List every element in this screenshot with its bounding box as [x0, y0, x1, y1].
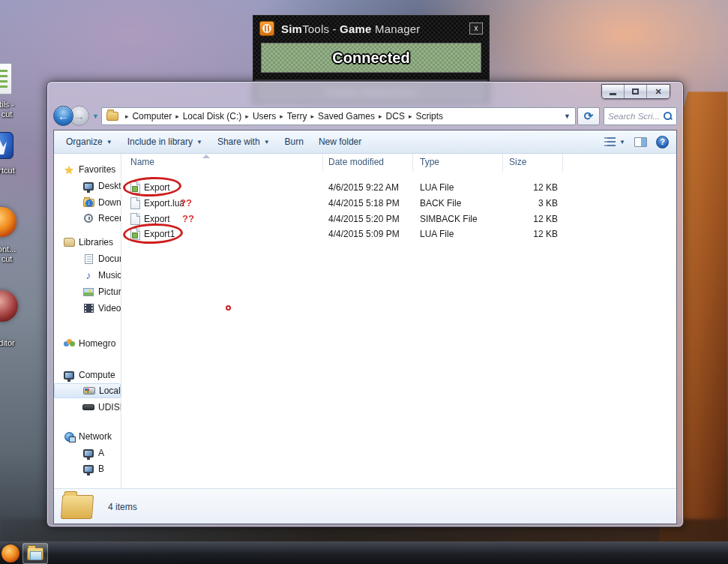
homegroup-icon — [63, 338, 75, 350]
chevron-down-icon: ▼ — [264, 139, 270, 146]
column-divider[interactable] — [412, 154, 413, 172]
breadcrumb-item-saved-games[interactable]: Saved Games — [318, 111, 375, 122]
sidebar-item-network-b[interactable]: B — [54, 461, 121, 476]
explorer-content: Organize▼ Include in library▼ Share with… — [53, 130, 677, 524]
local-disk-icon — [83, 385, 95, 397]
help-button[interactable]: ? — [656, 136, 669, 148]
breadcrumb-sep-icon: ▸ — [121, 112, 133, 120]
sidebar-item-homegroup[interactable]: Homegro — [54, 336, 121, 351]
share-with-menu[interactable]: Share with▼ — [210, 130, 277, 153]
document-icon — [0, 63, 12, 94]
breadcrumb-item-scripts[interactable]: Scripts — [415, 111, 443, 122]
search-placeholder: Search Scri... — [608, 112, 663, 121]
taskbar-orange-app-button[interactable] — [1, 544, 19, 562]
preview-pane-button[interactable] — [634, 137, 647, 147]
minimize-icon — [610, 93, 616, 95]
simtools-titlebar[interactable]: SimTools - Game Manager x — [253, 16, 489, 41]
simtools-close-button[interactable]: x — [469, 22, 483, 34]
file-row-export-simback[interactable]: Export 4/4/2015 5:20 PM SIMBACK File 12 … — [121, 212, 676, 227]
details-pane: 4 items — [54, 488, 676, 524]
sidebar-item-desktop[interactable]: Desktop — [54, 178, 121, 194]
red-orb-icon — [0, 290, 18, 322]
breadcrumb-item-users[interactable]: Users — [253, 111, 276, 122]
desktop-icon-shortcut-1[interactable] — [0, 63, 12, 94]
desktop-icon-shortcut-3[interactable] — [0, 207, 16, 237]
back-button[interactable]: ← — [53, 106, 73, 126]
sidebar-item-libraries[interactable]: Libraries — [54, 235, 121, 250]
documents-icon — [82, 253, 94, 265]
sidebar-item-recent-places[interactable]: Recent — [54, 211, 121, 226]
help-icon: ? — [660, 137, 665, 146]
sidebar-item-local-disk[interactable]: Local D — [54, 383, 121, 398]
new-folder-button[interactable]: New folder — [311, 130, 369, 153]
minimize-button[interactable] — [602, 85, 625, 98]
file-icon — [130, 213, 140, 225]
libraries-icon — [63, 236, 75, 248]
window-controls: ✕ — [601, 84, 670, 99]
organize-menu[interactable]: Organize▼ — [54, 130, 120, 153]
search-box[interactable]: Search Scri... — [604, 107, 677, 125]
maximize-button[interactable] — [625, 85, 647, 98]
breadcrumb-sep-icon: ▸ — [307, 112, 318, 120]
breadcrumb-sep-icon: ▸ — [405, 112, 416, 120]
command-bar: Organize▼ Include in library▼ Share with… — [54, 130, 676, 154]
sort-ascending-icon — [202, 154, 210, 158]
desktop: tils -cut rtcut ont...cut ditor SimTools… — [0, 0, 728, 564]
address-dropdown-icon[interactable]: ▼ — [564, 112, 571, 120]
taskbar-explorer-button[interactable] — [22, 543, 48, 564]
sidebar-item-computer[interactable]: Compute — [54, 368, 121, 382]
sidebar-item-pictures[interactable]: Picture — [54, 284, 121, 299]
file-row-export-lua[interactable]: Export 4/6/2015 9:22 AM LUA File 12 KB — [121, 180, 676, 196]
removable-drive-icon — [82, 401, 94, 413]
desktop-icon-label: ont...cut — [0, 244, 28, 264]
file-row-export1-lua[interactable]: Export1 4/4/2015 5:09 PM LUA File 12 KB — [121, 226, 676, 242]
sidebar-item-downloads[interactable]: Downlo — [54, 195, 121, 210]
desktop-icon — [82, 180, 94, 192]
recent-pages-dropdown[interactable]: ▼ — [92, 112, 99, 120]
music-icon: ♪ — [82, 269, 94, 281]
back-arrow-icon: ← — [58, 110, 69, 122]
refresh-icon: ⟳ — [584, 110, 594, 123]
sidebar-item-music[interactable]: ♪Music — [54, 268, 121, 283]
breadcrumb-sep-icon: ▸ — [375, 112, 386, 120]
column-divider[interactable] — [562, 154, 563, 172]
breadcrumb-item-terry[interactable]: Terry — [287, 111, 307, 122]
close-icon: ✕ — [655, 88, 661, 96]
sidebar-item-network-a[interactable]: A — [54, 446, 121, 460]
column-header-date[interactable]: Date modified — [328, 157, 384, 167]
sidebar-item-documents[interactable]: Docum — [54, 251, 121, 266]
maximize-icon — [632, 88, 639, 94]
breadcrumb-field[interactable]: ▸Computer ▸Local Disk (C:) ▸Users ▸Terry… — [101, 107, 576, 125]
star-icon: ★ — [63, 164, 75, 176]
file-row-export-back[interactable]: Export.lua 4/4/2015 5:18 PM BACK File 3 … — [121, 196, 676, 212]
desktop-icon-label: tils -cut — [0, 100, 28, 119]
sidebar-item-videos[interactable]: Videos — [54, 301, 121, 316]
breadcrumb-item-local-disk[interactable]: Local Disk (C:) — [183, 111, 242, 122]
breadcrumb-item-computer[interactable]: Computer — [132, 111, 172, 122]
simtools-title: SimTools - Game Manager — [281, 22, 421, 35]
column-header-size[interactable]: Size — [509, 157, 526, 167]
sidebar-item-network[interactable]: Network — [54, 429, 121, 444]
computer-icon — [63, 369, 75, 381]
sidebar-item-udisk[interactable]: UDISK 2 — [54, 400, 121, 415]
close-button[interactable]: ✕ — [647, 85, 670, 98]
refresh-button[interactable]: ⟳ — [577, 107, 600, 125]
column-header-type[interactable]: Type — [420, 157, 439, 167]
taskbar — [0, 542, 728, 564]
column-header-name[interactable]: Name — [130, 157, 154, 167]
downloads-icon — [82, 196, 94, 208]
desktop-icon-shortcut-2[interactable] — [0, 132, 13, 159]
column-headers: Name Date modified Type Size — [121, 154, 676, 172]
breadcrumb-item-dcs[interactable]: DCS — [386, 111, 405, 122]
include-in-library-menu[interactable]: Include in library▼ — [120, 130, 210, 153]
explorer-folder-icon — [27, 548, 43, 560]
network-pc-icon — [82, 463, 94, 475]
burn-button[interactable]: Burn — [277, 130, 311, 153]
change-view-button[interactable]: ▼ — [604, 137, 625, 146]
desktop-icon-editor[interactable] — [0, 290, 18, 322]
column-divider[interactable] — [322, 154, 323, 172]
chevron-down-icon: ▼ — [106, 139, 112, 146]
desktop-icon-label: ditor — [0, 338, 28, 348]
column-divider[interactable] — [502, 154, 503, 172]
sidebar-item-favorites[interactable]: ★Favorites — [54, 162, 121, 177]
